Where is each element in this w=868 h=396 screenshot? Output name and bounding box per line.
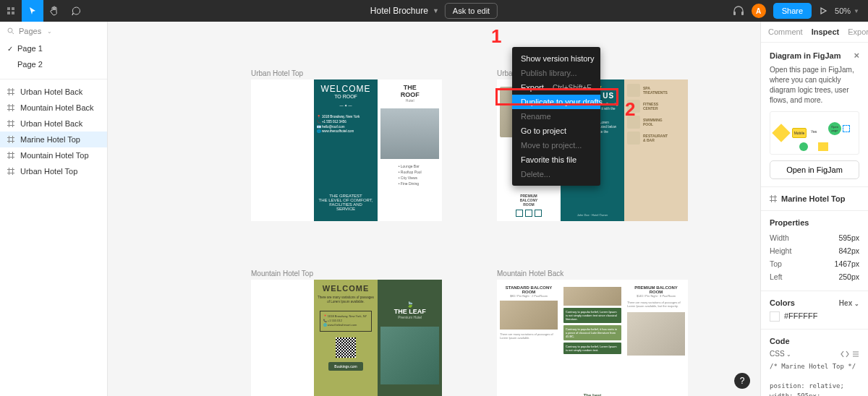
panel-collage bbox=[251, 280, 314, 396]
layer-item[interactable]: Mountain Hotel Back bbox=[0, 100, 107, 116]
amenity-row: FITNESS CENTER bbox=[627, 100, 685, 113]
svg-point-6 bbox=[8, 28, 12, 33]
layer-item[interactable]: Marine Hotel Top bbox=[0, 132, 107, 147]
color-row[interactable]: #FFFFFF bbox=[770, 311, 859, 322]
figma-logo-icon bbox=[7, 7, 15, 15]
chevron-down-icon: ▼ bbox=[433, 7, 439, 14]
book-badge: Bookings.com bbox=[328, 362, 362, 371]
menu-item[interactable]: Move to project... bbox=[512, 138, 600, 152]
annotation-2: 2 bbox=[625, 98, 635, 121]
selection-name: Marine Hotel Top bbox=[781, 194, 845, 203]
property-row: Left250px bbox=[770, 270, 859, 283]
menu-item[interactable]: Duplicate to your drafts bbox=[512, 95, 600, 109]
layer-item[interactable]: Urban Hotel Top bbox=[0, 163, 107, 179]
amenity-row: SWIMMING POOL bbox=[627, 116, 685, 129]
selection-section: Marine Hotel Top bbox=[761, 187, 868, 211]
artboard-label: Mountain Hotel Back bbox=[497, 270, 688, 277]
cursor-icon bbox=[28, 7, 37, 15]
share-button[interactable]: Share bbox=[773, 3, 812, 19]
toolbar-right: A Share 50% ▼ bbox=[733, 3, 868, 19]
amenity-row: RESTAURANT & BAR bbox=[627, 132, 685, 145]
properties-label: Properties bbox=[770, 218, 809, 227]
qr-code bbox=[336, 337, 356, 358]
roof-title: THE ROOF bbox=[401, 84, 420, 98]
svg-rect-1 bbox=[12, 7, 14, 10]
artboard-mountain-hotel-top[interactable]: Mountain Hotel Top WELCOME There are man… bbox=[251, 270, 442, 396]
left-panel: Pages ⌄ Page 1Page 2 Urban Hotel BackMou… bbox=[0, 22, 108, 396]
svg-rect-5 bbox=[741, 12, 744, 15]
tab-comment[interactable]: Comment bbox=[768, 27, 803, 36]
tab-export[interactable]: Export bbox=[848, 27, 868, 36]
open-in-figjam-button[interactable]: Open in FigJam bbox=[770, 160, 859, 179]
frame-icon bbox=[7, 104, 14, 111]
layer-item[interactable]: Urban Hotel Back bbox=[0, 116, 107, 132]
frame-icon bbox=[770, 195, 777, 202]
welcome-heading: WELCOME bbox=[321, 84, 371, 94]
list-icon[interactable] bbox=[852, 350, 859, 358]
present-icon[interactable] bbox=[819, 7, 827, 15]
menu-item[interactable]: Rename bbox=[512, 109, 600, 124]
code-lang-select[interactable]: CSS ⌄ bbox=[770, 350, 791, 358]
comment-tool-button[interactable] bbox=[65, 0, 87, 22]
property-row: Width595px bbox=[770, 231, 859, 244]
prem-room-heading: PREMIUM BALCONY ROOM bbox=[634, 285, 678, 294]
top-toolbar: Hotel Brochure ▼ Ask to edit A Share 50%… bbox=[0, 0, 868, 22]
menu-item[interactable]: Go to project bbox=[512, 124, 600, 138]
artboard-urban-hotel-top[interactable]: Urban Hotel Top WELCOME TO ROOF — ✦ — 📍 … bbox=[251, 69, 442, 221]
frame-icon bbox=[7, 136, 14, 143]
property-row: Height842px bbox=[770, 244, 859, 257]
hand-tool-button[interactable] bbox=[43, 0, 65, 22]
zoom-value: 50% bbox=[835, 7, 851, 15]
zoom-control[interactable]: 50% ▼ bbox=[835, 7, 859, 15]
main-menu-button[interactable] bbox=[0, 0, 22, 22]
page-item[interactable]: Page 2 bbox=[0, 56, 107, 72]
layer-item[interactable]: Mountain Hotel Top bbox=[0, 147, 107, 163]
premium-label: PREMIUM BALCONY ROOM bbox=[520, 194, 538, 207]
color-value: #FFFFFF bbox=[784, 311, 817, 320]
page-item[interactable]: Page 1 bbox=[0, 40, 107, 56]
panel-welcome: WELCOME There are many variations of pas… bbox=[314, 280, 378, 396]
panel-premium-room: PREMIUM BALCONY ROOM $140 / Per Night · … bbox=[624, 280, 688, 396]
chevron-down-icon: ⌄ bbox=[47, 28, 52, 35]
close-icon[interactable]: × bbox=[854, 50, 859, 61]
colors-label: Colors bbox=[770, 298, 795, 307]
amenity-row: SPA TREATMENTS bbox=[627, 84, 685, 97]
layer-item[interactable]: Urban Hotel Back bbox=[0, 84, 107, 100]
properties-section: Properties Width595pxHeight842pxTop1467p… bbox=[761, 211, 868, 291]
search-icon bbox=[7, 27, 14, 35]
colors-section: Colors Hex ⌄ #FFFFFF bbox=[761, 291, 868, 330]
roof-sub: Hotel bbox=[406, 98, 414, 103]
menu-item[interactable]: Favorite this file bbox=[512, 152, 600, 167]
menu-item[interactable]: Show version history bbox=[512, 51, 600, 66]
user-avatar[interactable]: A bbox=[752, 4, 766, 18]
leaf-sub: Premium Hotel bbox=[398, 315, 422, 319]
greatest-text: THE GREATEST THE LEVEL OF COMFORT, FACIL… bbox=[319, 194, 373, 211]
best-place: The best Place to relax bbox=[579, 393, 607, 396]
panel-features: Contrary to popular belief, Lorem Ipsum … bbox=[561, 280, 624, 396]
svg-line-7 bbox=[12, 33, 14, 35]
welcome-heading: WELCOME bbox=[323, 284, 369, 293]
menu-item[interactable]: Publish library... bbox=[512, 66, 600, 80]
svg-rect-0 bbox=[7, 7, 10, 10]
canvas[interactable]: 1 2 Show version historyPublish library.… bbox=[108, 22, 760, 396]
menu-item[interactable]: Export...Ctrl+Shift+E bbox=[512, 80, 600, 95]
color-mode-select[interactable]: Hex ⌄ bbox=[839, 299, 859, 307]
code-label: Code bbox=[770, 337, 790, 345]
artboard-mountain-hotel-back[interactable]: Mountain Hotel Back STANDARD BALCONY ROO… bbox=[497, 270, 688, 396]
annotation-1: 1 bbox=[491, 25, 501, 48]
menu-item[interactable]: Delete... bbox=[512, 167, 600, 181]
chevron-down-icon: ▼ bbox=[854, 8, 859, 14]
file-dropdown-menu: Show version historyPublish library...Ex… bbox=[512, 47, 600, 186]
frame-icon bbox=[7, 152, 14, 159]
pages-header[interactable]: Pages ⌄ bbox=[0, 22, 107, 40]
move-tool-button[interactable] bbox=[22, 0, 43, 22]
tab-inspect[interactable]: Inspect bbox=[812, 27, 840, 36]
svg-rect-3 bbox=[12, 12, 14, 14]
code-icon[interactable] bbox=[841, 350, 849, 358]
ask-to-edit-button[interactable]: Ask to edit bbox=[445, 3, 498, 19]
help-button[interactable]: ? bbox=[734, 373, 750, 389]
file-name-dropdown[interactable]: Hotel Brochure ▼ bbox=[370, 6, 439, 16]
code-output[interactable]: /* Marine Hotel Top */ position: relativ… bbox=[770, 362, 859, 396]
headphones-icon[interactable] bbox=[733, 6, 744, 16]
panel-roof: THE ROOF Hotel • Lounge Bar• Rooftop Poo… bbox=[378, 79, 442, 221]
